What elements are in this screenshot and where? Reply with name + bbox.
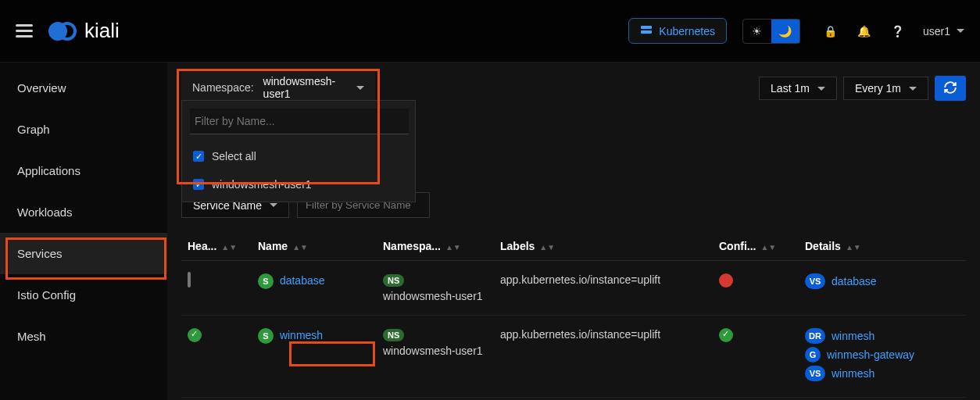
detail-link[interactable]: winmesh-gateway [827,348,914,361]
config-error-icon [719,273,733,288]
detail-link[interactable]: winmesh [832,367,874,380]
service-link[interactable]: winmesh [280,329,323,341]
sun-icon: ☀ [752,25,762,38]
sort-icon: ▲▼ [292,243,308,252]
column-header[interactable]: Confi...▲▼ [713,232,799,261]
column-header[interactable]: Labels▲▼ [494,232,713,261]
sidebar-item-workloads[interactable]: Workloads [0,191,167,233]
health-unknown-icon [188,272,191,288]
vs-badge-icon: VS [805,366,825,381]
sidebar: OverviewGraphApplicationsWorkloadsServic… [0,62,167,400]
namespace-value: windowsmesh-user1 [263,75,347,100]
service-badge-icon: S [258,328,274,344]
namespace-text: windowsmesh-user1 [383,290,483,302]
theme-dark-button[interactable]: 🌙 [771,20,799,43]
sort-icon: ▲▼ [539,243,555,252]
detail-link[interactable]: winmesh [832,330,874,342]
sidebar-item-istio-config[interactable]: Istio Config [0,274,167,316]
service-badge-icon: S [258,273,274,289]
chevron-down-icon [356,86,364,90]
namespace-option[interactable]: windowsmesh-user1 [182,170,415,198]
lock-icon[interactable]: 🔒 [824,25,837,38]
vs-badge-icon: VS [805,273,825,289]
cluster-icon [640,23,653,38]
checkbox-checked-icon [193,179,204,190]
config-ok-icon [719,328,733,342]
table-row: S winmeshNSwindowsmesh-user1app.kubernet… [181,316,966,398]
refresh-button[interactable] [935,76,966,101]
sidebar-item-applications[interactable]: Applications [0,150,167,191]
column-header[interactable]: Details▲▼ [799,232,966,261]
sort-icon: ▲▼ [445,243,461,252]
cluster-pill[interactable]: Kubernetes [628,18,727,44]
theme-toggle: ☀ 🌙 [742,19,800,44]
chevron-down-icon [270,203,277,207]
help-icon[interactable]: ❔ [891,25,904,38]
bell-icon[interactable]: 🔔 [857,25,871,38]
brand-text: kiali [84,19,120,43]
refresh-icon [943,80,957,97]
health-ok-icon [188,328,202,342]
service-link[interactable]: database [280,274,325,287]
namespace-dropdown: Select all windowsmesh-user1 [181,100,416,202]
column-header[interactable]: Name▲▼ [252,232,377,261]
sort-icon: ▲▼ [221,243,237,252]
sidebar-item-services[interactable]: Services [0,233,167,274]
services-table: Hea...▲▼Name▲▼Namespa...▲▼Labels▲▼Confi.… [181,232,966,398]
logo[interactable]: kiali [48,19,120,43]
topbar: kiali Kubernetes ☀ 🌙 🔒 🔔 ❔ user1 [0,0,980,62]
detail-link[interactable]: database [832,275,877,288]
menu-toggle[interactable] [16,24,33,38]
g-badge-icon: G [805,347,821,362]
sidebar-item-overview[interactable]: Overview [0,67,167,109]
sort-icon: ▲▼ [846,243,861,252]
user-menu[interactable]: user1 [923,25,964,38]
refresh-interval-select[interactable]: Every 1m [843,77,928,100]
namespace-badge: NS [383,274,404,287]
label-cell: app.kubernetes.io/instance=uplift [494,316,713,398]
chevron-down-icon [909,87,917,91]
chevron-down-icon [957,29,964,33]
table-row: S databaseNSwindowsmesh-user1app.kuberne… [181,261,966,316]
theme-light-button[interactable]: ☀ [743,20,771,43]
moon-icon: 🌙 [778,25,792,38]
sidebar-item-graph[interactable]: Graph [0,109,167,150]
dr-badge-icon: DR [805,328,825,344]
svg-rect-1 [641,30,652,34]
user-label: user1 [923,25,950,38]
sidebar-item-mesh[interactable]: Mesh [0,316,167,357]
namespace-badge: NS [383,329,404,341]
column-header[interactable]: Namespa...▲▼ [377,232,494,261]
namespace-text: windowsmesh-user1 [383,345,483,357]
logo-icon [48,20,78,42]
cluster-label: Kubernetes [659,25,715,38]
namespace-filter-input[interactable] [190,109,409,134]
column-header[interactable]: Hea...▲▼ [181,232,252,261]
sort-icon: ▲▼ [760,243,776,252]
checkbox-checked-icon [193,151,204,162]
label-cell: app.kubernetes.io/instance=uplift [494,261,713,316]
time-range-select[interactable]: Last 1m [759,77,837,100]
namespace-select-all[interactable]: Select all [182,142,415,170]
svg-rect-0 [641,26,652,29]
main-content: Namespace: windowsmesh-user1 Last 1m Eve… [167,62,980,400]
namespace-label: Namespace: [192,81,254,94]
chevron-down-icon [817,87,825,91]
